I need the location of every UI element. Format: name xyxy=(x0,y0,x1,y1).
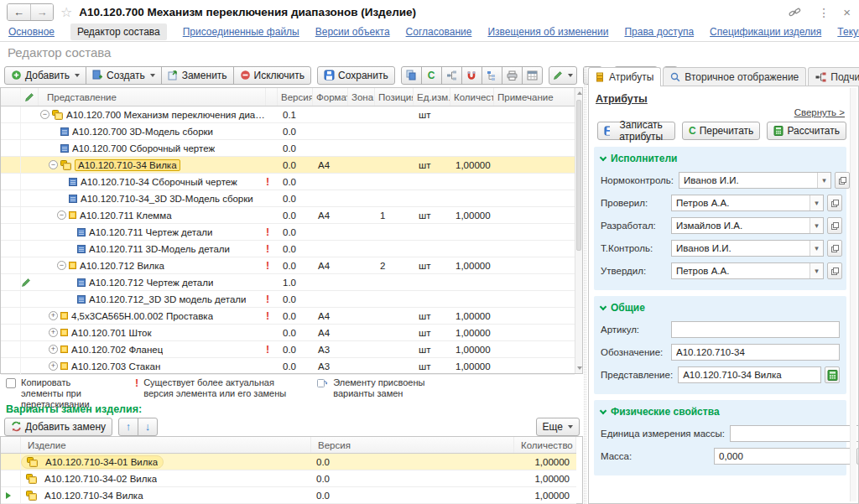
column-header[interactable]: Версия xyxy=(311,437,514,453)
tree-scrollbar[interactable] xyxy=(575,88,582,373)
forward-button[interactable]: → xyxy=(30,4,53,20)
tree-row[interactable]: А10.120.700 3D-Модель сборки0.0 xyxy=(1,123,575,140)
tree-row[interactable]: +А10.120.702 Фланец!0.0А3шт1,00000 xyxy=(1,341,575,358)
combo-arrow-button[interactable]: ▾ xyxy=(810,195,823,210)
column-header[interactable]: Ед.изм. xyxy=(414,88,450,106)
nav-tab-5[interactable]: Извещения об изменении xyxy=(487,26,608,38)
column-header[interactable]: Количество xyxy=(450,88,494,106)
pane-splitter[interactable] xyxy=(584,67,586,504)
open-in-form-button[interactable] xyxy=(827,195,842,211)
field-input[interactable] xyxy=(672,195,810,210)
field-input[interactable] xyxy=(672,263,810,278)
field-input[interactable] xyxy=(672,218,810,233)
tree-row[interactable]: А10.120.711 Чертеж детали!0.0 xyxy=(1,224,575,241)
column-header[interactable]: Изделие xyxy=(21,437,311,453)
column-header[interactable]: Версия xyxy=(278,88,313,106)
tree-row[interactable]: +А10.120.703 Стакан0.0А3шт1,00000 xyxy=(1,358,575,375)
combo-arrow-button[interactable]: ▾ xyxy=(810,218,823,233)
variant-row[interactable]: А10.120.710-34-02 Вилка0.01,00000 xyxy=(1,470,576,487)
open-in-form-button[interactable] xyxy=(827,262,842,279)
nav-tab-1[interactable]: Редактор состава xyxy=(70,23,167,40)
nav-tab-2[interactable]: Присоединенные файлы xyxy=(183,26,299,38)
collapse-link[interactable]: Свернуть > xyxy=(794,107,845,117)
column-header[interactable]: Формат xyxy=(313,88,348,106)
tree-row[interactable]: А10.120.710-34_3D 3D-Модель сборки0.0 xyxy=(1,190,575,207)
open-in-form-button[interactable] xyxy=(827,240,842,257)
field-input[interactable] xyxy=(672,345,839,360)
reread-button[interactable]: CПеречитать xyxy=(682,122,760,140)
section-header[interactable]: Исполнители xyxy=(601,151,841,166)
open-in-form-button[interactable] xyxy=(827,217,842,234)
tree-row[interactable]: А10.120.712 Чертеж детали1.0 xyxy=(1,274,575,291)
nav-tab-6[interactable]: Права доступа xyxy=(624,26,694,38)
tree-row[interactable]: −А10.120.712 Вилка!0.0А42шт1,00000 xyxy=(1,257,575,274)
column-header[interactable]: Зона xyxy=(348,88,375,106)
back-button[interactable]: ← xyxy=(8,4,30,20)
field-input[interactable] xyxy=(679,367,820,382)
write-attributes-button[interactable]: Записать атрибуты xyxy=(597,122,675,140)
replace-button[interactable]: Заменить xyxy=(161,66,234,85)
exclude-button[interactable]: Исключить xyxy=(233,66,311,85)
field-input[interactable] xyxy=(672,322,839,337)
nav-tab-8[interactable]: Текущие владельцы объекта xyxy=(837,26,859,38)
section-header[interactable]: Физические свойства xyxy=(601,404,841,419)
tree-row[interactable]: −А10.120.710-34 Вилка0.0А4шт1,00000 xyxy=(1,157,575,174)
structure-view-button[interactable] xyxy=(441,66,462,85)
expand-node-icon[interactable]: + xyxy=(49,361,58,371)
field-input[interactable] xyxy=(731,426,859,441)
print-button[interactable] xyxy=(502,66,523,85)
column-header[interactable]: Примечание xyxy=(494,88,575,106)
tree-row[interactable]: −А10.120.711 Клемма0.0А41шт1,00000 xyxy=(1,207,575,224)
panel-scrollbar[interactable] xyxy=(850,88,856,501)
hierarchy-list-button[interactable] xyxy=(482,66,502,85)
table-view-button[interactable] xyxy=(522,66,543,85)
expand-node-icon[interactable]: + xyxy=(49,345,58,354)
field-input[interactable] xyxy=(715,449,852,464)
nav-tab-3[interactable]: Версии объекта xyxy=(315,26,390,38)
tree-row[interactable]: −А10.120.700 Механизм переключения диапа… xyxy=(1,107,575,123)
variant-row[interactable]: А10.120.710-34-01 Вилка0.01,00000 xyxy=(1,454,576,470)
more-menu-icon[interactable]: ⋮ xyxy=(813,6,835,19)
favorite-star-icon[interactable]: ☆ xyxy=(60,6,72,19)
save-button[interactable]: Сохранить xyxy=(317,66,395,85)
combo-arrow-button[interactable]: ▾ xyxy=(810,263,823,278)
calculate-button[interactable]: Рассчитать xyxy=(767,122,846,140)
tree-row[interactable]: А10.120.711 3D-Модель детали!0.0 xyxy=(1,241,575,257)
open-in-form-button[interactable] xyxy=(835,172,850,189)
variant-row[interactable]: А10.120.710-34 Вилка0.01,00000 xyxy=(1,487,576,504)
nav-tab-0[interactable]: Основное xyxy=(8,26,55,38)
expand-node-icon[interactable]: + xyxy=(49,328,58,337)
section-header[interactable]: Общие xyxy=(601,300,841,315)
add-replacement-button[interactable]: Добавить замену xyxy=(4,418,112,436)
move-down-button[interactable]: ↓ xyxy=(138,418,158,436)
move-up-button[interactable]: ↑ xyxy=(118,418,138,436)
collapse-node-icon[interactable]: − xyxy=(57,210,66,220)
tree-row[interactable]: +А10.120.701 Шток0.0А4шт1,00000 xyxy=(1,325,575,341)
panel-tab-1[interactable]: Вторичное отображение xyxy=(663,67,806,86)
add-button[interactable]: Добавить xyxy=(4,66,86,85)
variants-more-button[interactable]: Еще xyxy=(536,418,580,436)
attributes-heading[interactable]: Атрибуты xyxy=(596,93,846,105)
panel-tab-2[interactable]: Подчиненные составы xyxy=(808,67,859,86)
create-button[interactable]: Создать xyxy=(86,66,162,85)
nav-tab-7[interactable]: Спецификации изделия xyxy=(710,26,821,38)
edit-mode-button[interactable] xyxy=(549,66,577,85)
field-input[interactable] xyxy=(679,173,817,188)
combo-arrow-button[interactable]: ▾ xyxy=(810,241,823,256)
field-input[interactable] xyxy=(672,241,810,256)
tree-row[interactable]: А10.120.712_3D 3D модель детали!0.0 xyxy=(1,291,575,308)
magnet-button[interactable] xyxy=(461,66,482,85)
scroll-thumb[interactable] xyxy=(576,100,581,251)
panel-tab-0[interactable]: Атрибуты xyxy=(588,67,661,86)
scroll-down-icon[interactable] xyxy=(577,366,582,370)
copy-on-drag-checkbox[interactable] xyxy=(6,378,16,388)
collapse-node-icon[interactable]: − xyxy=(57,261,66,270)
refresh-button[interactable]: C xyxy=(421,66,442,85)
column-header[interactable]: Количество xyxy=(514,437,576,453)
calculate-presentation-button[interactable] xyxy=(825,366,840,383)
link-icon[interactable] xyxy=(784,7,806,18)
nav-tab-4[interactable]: Согласование xyxy=(406,26,472,38)
collapse-node-icon[interactable]: − xyxy=(49,160,58,169)
column-header[interactable]: Представление xyxy=(39,88,266,106)
tree-row[interactable]: А10.120.700 Сборочный чертеж0.0 xyxy=(1,140,575,157)
